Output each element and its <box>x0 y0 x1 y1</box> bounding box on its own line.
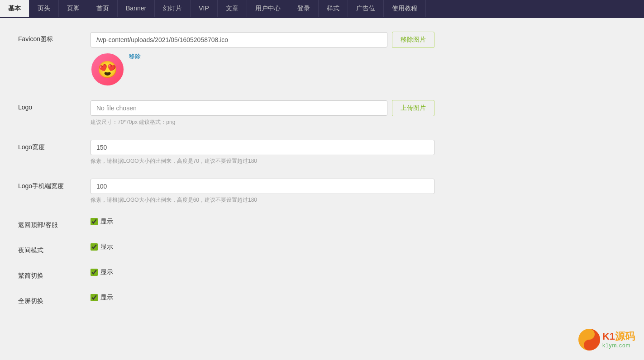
favicon-input-row: /wp-content/uploads/2021/05/16052058708.… <box>91 32 434 48</box>
logo-mobile-width-label: Logo手机端宽度 <box>18 179 91 190</box>
favicon-control: /wp-content/uploads/2021/05/16052058708.… <box>91 32 434 86</box>
night-mode-row: 夜间模式 显示 <box>18 243 626 255</box>
back-to-top-label: 返回顶部/客服 <box>18 218 91 229</box>
traditional-switch-checkbox[interactable] <box>91 269 98 276</box>
logo-width-hint: 像素，请根据LOGO大小的比例来，高度是70，建议不要设置超过180 <box>91 157 434 165</box>
fullscreen-switch-control: 显示 <box>91 294 434 302</box>
fullscreen-switch-checkbox-row: 显示 <box>91 294 434 302</box>
tab-slideshow[interactable]: 幻灯片 <box>155 0 191 17</box>
tab-footer[interactable]: 页脚 <box>59 0 88 17</box>
night-mode-control: 显示 <box>91 243 434 251</box>
logo-mobile-width-input[interactable]: 100 <box>91 179 434 194</box>
logo-upload-button[interactable]: 上传图片 <box>392 100 434 116</box>
tab-tutorial[interactable]: 使用教程 <box>384 0 426 17</box>
tab-user-center[interactable]: 用户中心 <box>247 0 289 17</box>
night-mode-checkbox[interactable] <box>91 243 98 251</box>
tab-banner[interactable]: Banner <box>118 0 155 17</box>
logo-input-row: No file chosen 上传图片 <box>91 100 434 116</box>
back-to-top-row: 返回顶部/客服 显示 <box>18 218 626 229</box>
favicon-preview: 😍 移除 <box>91 52 434 86</box>
back-to-top-checkbox[interactable] <box>91 218 98 225</box>
favicon-remove-link[interactable]: 移除 <box>129 52 141 61</box>
traditional-switch-checkbox-row: 显示 <box>91 268 434 276</box>
main-content: Favicon图标 /wp-content/uploads/2021/05/16… <box>0 18 644 360</box>
logo-width-control: 150 像素，请根据LOGO大小的比例来，高度是70，建议不要设置超过180 <box>91 140 434 165</box>
watermark-ym: 源码 <box>615 331 635 342</box>
favicon-path-input[interactable]: /wp-content/uploads/2021/05/16052058708.… <box>91 32 387 47</box>
logo-mobile-width-control: 100 像素，请根据LOGO大小的比例来，高度是60，建议不要设置超过180 <box>91 179 434 204</box>
tab-home[interactable]: 首页 <box>88 0 118 17</box>
favicon-row: Favicon图标 /wp-content/uploads/2021/05/16… <box>18 32 626 86</box>
logo-mobile-width-row: Logo手机端宽度 100 像素，请根据LOGO大小的比例来，高度是60，建议不… <box>18 179 626 204</box>
logo-width-row: Logo宽度 150 像素，请根据LOGO大小的比例来，高度是70，建议不要设置… <box>18 140 626 165</box>
fullscreen-switch-checkbox[interactable] <box>91 294 98 301</box>
svg-point-2 <box>587 343 592 347</box>
traditional-switch-checkbox-label: 显示 <box>100 268 113 276</box>
tab-vip[interactable]: VIP <box>191 0 218 17</box>
tab-bar: 基本 页头 页脚 首页 Banner 幻灯片 VIP 文章 用户中心 登录 样式… <box>0 0 644 18</box>
tab-style[interactable]: 样式 <box>319 0 348 17</box>
logo-width-input[interactable]: 150 <box>91 140 434 155</box>
night-mode-label: 夜间模式 <box>18 243 91 255</box>
watermark-text: K1源码 k1ym.com <box>602 331 635 349</box>
svg-point-1 <box>587 332 592 336</box>
watermark: K1源码 k1ym.com <box>578 328 635 351</box>
traditional-switch-control: 显示 <box>91 268 434 276</box>
logo-control: No file chosen 上传图片 建议尺寸：70*70px 建议格式：pn… <box>91 100 434 126</box>
logo-width-label: Logo宽度 <box>18 140 91 152</box>
watermark-logo-icon <box>578 328 601 351</box>
favicon-label: Favicon图标 <box>18 32 91 43</box>
logo-mobile-width-hint: 像素，请根据LOGO大小的比例来，高度是60，建议不要设置超过180 <box>91 196 434 204</box>
tab-ad[interactable]: 广告位 <box>348 0 384 17</box>
tab-article[interactable]: 文章 <box>218 0 247 17</box>
tab-basic[interactable]: 基本 <box>0 0 29 17</box>
favicon-emoji: 😍 <box>97 60 118 79</box>
back-to-top-checkbox-row: 显示 <box>91 218 434 226</box>
fullscreen-switch-checkbox-label: 显示 <box>100 294 113 302</box>
logo-file-placeholder: No file chosen <box>91 100 387 116</box>
watermark-k1: K1 <box>602 331 615 342</box>
logo-hint: 建议尺寸：70*70px 建议格式：png <box>91 118 434 126</box>
tab-login[interactable]: 登录 <box>289 0 319 17</box>
back-to-top-checkbox-label: 显示 <box>100 218 113 226</box>
favicon-remove-button[interactable]: 移除图片 <box>392 32 434 48</box>
fullscreen-switch-row: 全屏切换 显示 <box>18 294 626 305</box>
night-mode-checkbox-label: 显示 <box>100 243 113 251</box>
traditional-switch-label: 繁简切换 <box>18 268 91 280</box>
watermark-domain: k1ym.com <box>602 342 631 349</box>
back-to-top-control: 显示 <box>91 218 434 226</box>
fullscreen-switch-label: 全屏切换 <box>18 294 91 305</box>
night-mode-checkbox-row: 显示 <box>91 243 434 251</box>
logo-row: Logo No file chosen 上传图片 建议尺寸：70*70px 建议… <box>18 100 626 126</box>
favicon-image: 😍 <box>91 52 124 86</box>
traditional-switch-row: 繁简切换 显示 <box>18 268 626 280</box>
tab-header[interactable]: 页头 <box>29 0 59 17</box>
logo-label: Logo <box>18 100 91 111</box>
